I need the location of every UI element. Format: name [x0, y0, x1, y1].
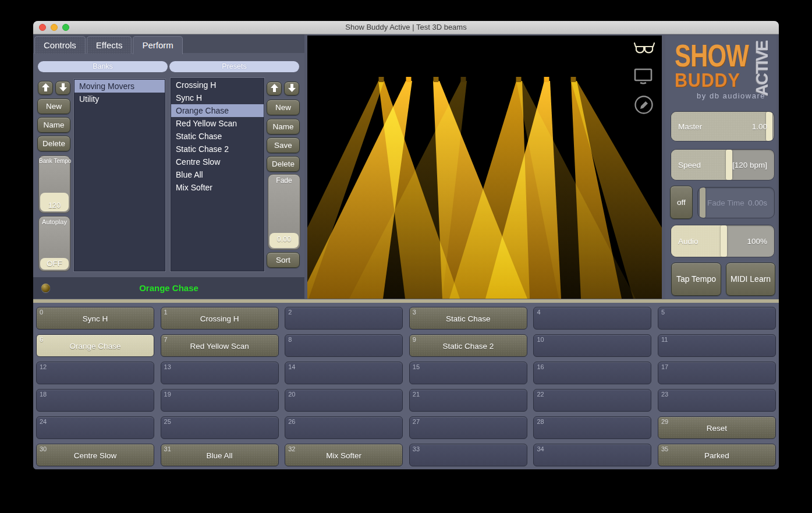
pad-number: 16 [537, 363, 544, 370]
audio-handle[interactable] [721, 225, 727, 257]
fade-off-button[interactable]: off [670, 186, 693, 219]
preset-list-item[interactable]: Crossing H [171, 79, 264, 91]
pad[interactable]: 32Mix Softer [285, 444, 403, 466]
titlebar[interactable]: Show Buddy Active | Test 3D beams [33, 21, 779, 34]
pad[interactable]: 30Centre Slow [36, 444, 154, 466]
audio-slider[interactable]: Audio 100% [671, 225, 775, 257]
edit-pencil-icon[interactable] [634, 95, 656, 117]
pad[interactable]: 23 [658, 389, 776, 412]
pad[interactable]: 26 [285, 416, 403, 439]
pad[interactable]: 5 [658, 307, 776, 330]
pad[interactable]: 12 [36, 362, 154, 384]
pad[interactable]: 33 [409, 444, 527, 466]
pad[interactable]: 35Parked [658, 444, 776, 466]
pad[interactable]: 10 [533, 334, 651, 357]
pad[interactable]: 34 [533, 444, 651, 466]
current-preset-name: Orange Chase [33, 277, 304, 299]
pad-label: Parked [658, 451, 775, 459]
speed-handle[interactable] [726, 150, 732, 180]
preset-sort-button[interactable]: Sort [267, 252, 300, 268]
pad[interactable]: 16 [533, 362, 651, 384]
pad-number: 0 [40, 309, 43, 316]
pad[interactable]: 7Red Yellow Scan [161, 334, 279, 357]
pad[interactable]: 14 [285, 362, 403, 384]
bank-down-button[interactable] [55, 81, 70, 95]
fade-time-slider[interactable]: Fade Time 0.00s [697, 187, 775, 218]
fade-handle[interactable]: 0.00 [270, 233, 299, 248]
pad-number: 5 [661, 309, 665, 316]
pad[interactable]: 8 [285, 334, 403, 357]
pad[interactable]: 25 [161, 416, 279, 439]
pad[interactable]: 22 [533, 389, 651, 412]
pad[interactable]: 3Static Chase [409, 307, 527, 330]
tap-tempo-button[interactable]: Tap Tempo [671, 263, 721, 296]
fade-slider[interactable]: Fade 0.00 [268, 174, 300, 250]
bank-list-item[interactable]: Utility [75, 93, 165, 105]
app-window: Show Buddy Active | Test 3D beams Contro… [33, 21, 779, 469]
bank-list-item[interactable]: Moving Movers [75, 80, 165, 93]
preset-list-item[interactable]: Red Yellow Scan [171, 117, 264, 130]
midi-learn-button[interactable]: MIDI Learn [726, 263, 775, 296]
3d-glasses-icon[interactable] [634, 41, 656, 60]
pad[interactable]: 28 [533, 416, 651, 439]
bank-tempo-slider[interactable]: Bank Tempo 120 [38, 155, 70, 213]
pad[interactable]: 21 [409, 389, 527, 412]
tab-controls[interactable]: Controls [34, 36, 86, 54]
preset-list-item[interactable]: Orange Chase [171, 104, 264, 117]
close-button[interactable] [39, 24, 46, 31]
autoplay-slider[interactable]: Autoplay OFF [38, 216, 70, 271]
pad-number: 33 [413, 445, 420, 452]
pad[interactable]: 13 [161, 362, 279, 384]
preset-list-item[interactable]: Mix Softer [171, 181, 264, 194]
bank-up-button[interactable] [38, 81, 53, 95]
zoom-button[interactable] [62, 24, 69, 31]
beam-visualizer[interactable] [307, 36, 662, 299]
pad[interactable]: 29Reset [658, 416, 776, 439]
preset-delete-button[interactable]: Delete [267, 156, 300, 172]
bank-tempo-handle[interactable]: 120 [40, 193, 69, 211]
pad[interactable]: 31Blue All [161, 444, 279, 466]
bank-new-button[interactable]: New [37, 98, 70, 114]
minimize-button[interactable] [51, 24, 58, 31]
preset-up-button[interactable] [267, 82, 282, 95]
speed-label: Speed [678, 161, 701, 169]
pad-number: 12 [40, 363, 47, 370]
preset-save-button[interactable]: Save [267, 137, 300, 153]
pad[interactable]: 6Orange Chase [36, 334, 154, 357]
pad[interactable]: 18 [36, 389, 154, 412]
preset-list-item[interactable]: Blue All [171, 168, 264, 181]
pad[interactable]: 20 [285, 389, 403, 412]
pad[interactable]: 24 [36, 416, 154, 439]
master-slider[interactable]: Master 1.00 [671, 111, 775, 141]
monitor-icon[interactable] [634, 68, 656, 87]
bank-delete-button[interactable]: Delete [37, 136, 70, 151]
preset-new-button[interactable]: New [267, 100, 300, 115]
perform-panel: ControlsEffectsPerform Banks Presets New… [33, 34, 304, 299]
pad-number: 14 [288, 363, 295, 370]
pad[interactable]: 27 [409, 416, 527, 439]
speed-slider[interactable]: Speed [120 bpm] [671, 149, 775, 181]
tab-effects[interactable]: Effects [87, 36, 132, 54]
pad[interactable]: 17 [658, 362, 776, 384]
pad[interactable]: 19 [161, 389, 279, 412]
preset-list-item[interactable]: Static Chase [171, 130, 264, 143]
pad[interactable]: 2 [285, 307, 403, 330]
pad[interactable]: 1Crossing H [161, 307, 279, 330]
autoplay-handle[interactable]: OFF [40, 258, 69, 270]
pad[interactable]: 11 [658, 334, 776, 357]
tab-perform[interactable]: Perform [133, 36, 182, 54]
pad[interactable]: 9Static Chase 2 [409, 334, 527, 357]
audio-value: 100% [747, 237, 767, 246]
preset-list-item[interactable]: Centre Slow [171, 155, 264, 168]
pad[interactable]: 4 [533, 307, 651, 330]
preset-name-button[interactable]: Name [267, 119, 300, 135]
bank-name-button[interactable]: Name [37, 117, 70, 133]
banks-header: Banks [38, 61, 168, 72]
pad[interactable]: 0Sync H [36, 307, 154, 330]
preset-list-item[interactable]: Sync H [171, 91, 264, 104]
fade-time-handle[interactable] [700, 187, 705, 218]
preset-list-item[interactable]: Static Chase 2 [171, 143, 264, 155]
pad[interactable]: 15 [409, 362, 527, 384]
master-label: Master [678, 122, 702, 131]
preset-down-button[interactable] [284, 82, 299, 95]
